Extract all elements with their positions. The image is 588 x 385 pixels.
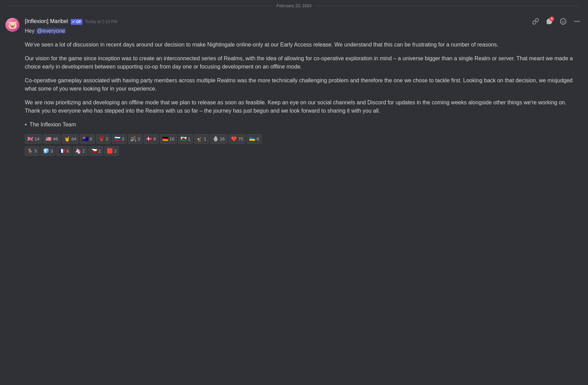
reaction-emoji: 🇨🇿 (91, 147, 97, 155)
reaction-emoji: 🇬🇧 (27, 135, 33, 143)
reaction-count: 8 (256, 136, 259, 143)
reactions-container: 🇬🇧14🇺🇸46🤘64🇦🇺6🦞2🇷🇺3🪃3🇩🇰6🇩🇪16🏴󠁧󠁢󠁷󠁬󠁳󠁿1🦅1🪬1… (25, 134, 582, 156)
reaction-button[interactable]: 🪃3 (128, 134, 142, 144)
link-icon (532, 18, 539, 25)
more-icon (574, 18, 580, 25)
message-text: Hey @everyone We've seen a lot of discus… (25, 27, 582, 129)
reaction-count: 8 (66, 148, 69, 155)
reaction-emoji: ❤️ (231, 135, 237, 143)
reaction-emoji: 🇺🇦 (249, 135, 255, 143)
reaction-button[interactable]: 🇩🇰6 (144, 134, 158, 144)
bot-tag: OP (71, 19, 82, 25)
reaction-count: 6 (153, 136, 156, 143)
svg-point-0 (560, 19, 566, 24)
reaction-button[interactable]: ❤️75 (229, 134, 245, 144)
reaction-count: 3 (122, 136, 124, 143)
reaction-count: 2 (106, 136, 108, 143)
avatar-image: 🐷 (6, 18, 19, 32)
reaction-button[interactable]: 🏴󠁧󠁢󠁷󠁬󠁳󠁿1 (178, 134, 193, 144)
reaction-emoji: 🦅 (196, 135, 202, 143)
reaction-count: 16 (220, 136, 225, 143)
thread-button[interactable]: 5 (544, 16, 555, 27)
reaction-count: 2 (82, 148, 85, 155)
reaction-button[interactable]: 🪬16 (210, 134, 227, 144)
avatar: 🐷 (6, 18, 19, 32)
reaction-emoji: 🏴󠁧󠁢󠁷󠁬󠁳󠁿 (181, 135, 186, 143)
reaction-button[interactable]: 🇷🇺3 (112, 134, 126, 144)
reaction-button[interactable]: 🟥2 (104, 146, 119, 156)
svg-point-5 (578, 21, 579, 22)
reaction-count: 6 (90, 136, 92, 143)
reaction-emoji: 🤘 (64, 135, 70, 143)
reaction-button[interactable]: 🇦🇺6 (80, 134, 94, 144)
reaction-button[interactable]: 🦌5 (25, 146, 39, 156)
reaction-emoji: 🟥 (107, 147, 113, 155)
reaction-button[interactable]: 🇬🇧14 (25, 134, 42, 144)
reply-icon-wrapper: 5 (546, 18, 553, 25)
reaction-emoji: 🇫🇷 (59, 147, 65, 155)
reaction-button[interactable]: 🇩🇪16 (160, 134, 177, 144)
reaction-button[interactable]: 🦄2 (73, 146, 87, 156)
reaction-count: 64 (71, 136, 76, 143)
reaction-count: 2 (114, 148, 116, 155)
greeting-text: Hey (25, 28, 34, 34)
reaction-emoji: 🪃 (130, 135, 136, 143)
reaction-count: 46 (53, 136, 58, 143)
reaction-count: 3 (138, 136, 140, 143)
svg-point-4 (576, 21, 577, 22)
reaction-emoji: 🦞 (99, 135, 104, 143)
reaction-emoji: 🇷🇺 (114, 135, 120, 143)
message-container: 🐷 [Inflexion] Maribel OP Today at 2:10 P… (0, 12, 588, 158)
reaction-emoji: 🦌 (27, 147, 33, 155)
reaction-emoji: 🧊 (43, 147, 49, 155)
message-body: [Inflexion] Maribel OP Today at 2:10 PM … (25, 17, 582, 156)
reaction-count: 2 (98, 148, 101, 155)
bullet-list: The Inflexion Team (25, 121, 582, 129)
message-header: [Inflexion] Maribel OP Today at 2:10 PM (25, 17, 582, 25)
svg-point-3 (575, 21, 576, 22)
emoji-icon (560, 18, 567, 25)
reaction-emoji: 🇺🇸 (45, 135, 51, 143)
message-timestamp: Today at 2:10 PM (85, 19, 117, 25)
more-options-button[interactable] (571, 16, 582, 27)
reaction-count: 3 (50, 148, 53, 155)
reaction-emoji: 🪬 (213, 135, 219, 143)
reaction-button[interactable]: 🦅1 (194, 134, 209, 144)
list-item: The Inflexion Team (25, 121, 582, 129)
reaction-count: 14 (34, 136, 39, 143)
reaction-emoji: 🇩🇰 (146, 135, 152, 143)
reaction-count: 1 (204, 136, 206, 143)
reaction-count: 16 (170, 136, 174, 143)
reaction-button[interactable]: 🇫🇷8 (57, 146, 71, 156)
reaction-button[interactable]: 🦞2 (96, 134, 111, 144)
reaction-button[interactable]: 🧊3 (41, 146, 55, 156)
paragraph-3: Co-operative gameplay associated with ha… (25, 76, 582, 93)
username: [Inflexion] Maribel (25, 17, 68, 25)
link-button[interactable] (530, 16, 541, 27)
reaction-count: 5 (34, 148, 37, 155)
reaction-count: 75 (238, 136, 243, 143)
op-checkmark-icon (72, 20, 75, 23)
date-divider: February 22, 2024 (0, 0, 588, 12)
reaction-emoji: 🇩🇪 (162, 135, 168, 143)
paragraph-1: We've seen a lot of discussion in recent… (25, 41, 582, 49)
reaction-emoji: 🦄 (75, 147, 81, 155)
reaction-emoji: 🇦🇺 (82, 135, 88, 143)
emoji-button[interactable] (558, 16, 569, 27)
thread-badge: 5 (549, 17, 554, 21)
reaction-button[interactable]: 🇺🇸46 (43, 134, 60, 144)
reaction-button[interactable]: 🇨🇿2 (89, 146, 103, 156)
reaction-count: 1 (188, 136, 190, 143)
reaction-button[interactable]: 🇺🇦8 (247, 134, 261, 144)
reaction-button[interactable]: 🤘64 (62, 134, 79, 144)
paragraph-2: Our vision for the game since inception … (25, 54, 582, 71)
header-actions: 5 (530, 16, 582, 27)
paragraph-4: We are now prioritizing and developing a… (25, 98, 582, 115)
mention-everyone[interactable]: @everyone (36, 28, 66, 34)
